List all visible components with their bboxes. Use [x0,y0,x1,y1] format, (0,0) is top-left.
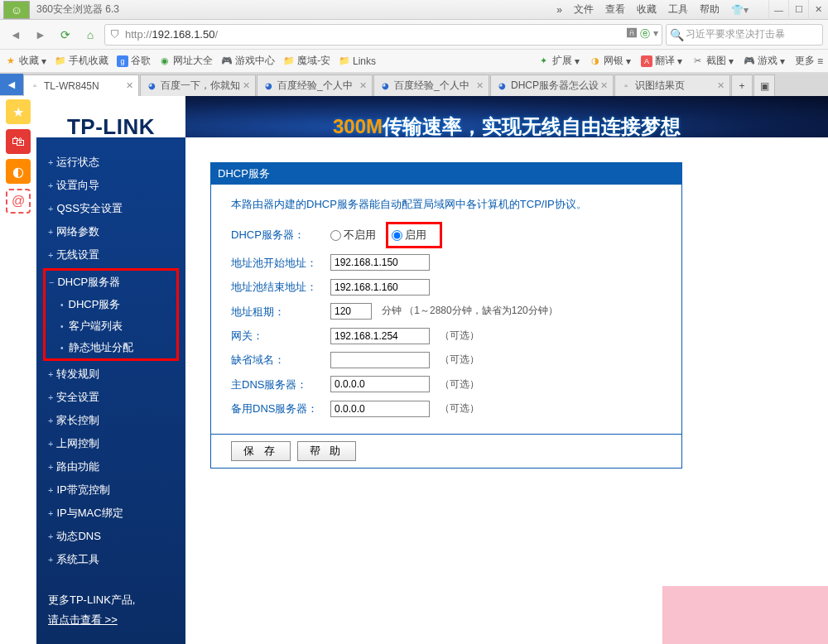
dhcp-panel: DHCP服务 本路由器内建的DHCP服务器能自动配置局域网中各计算机的TCP/I… [210,162,682,469]
bank-btn[interactable]: ◑网银 ▾ [590,54,631,68]
nav-ddns[interactable]: 动态DNS [45,525,177,548]
tab-close-icon[interactable]: ✕ [717,80,724,91]
nav-dhcp-clients[interactable]: 客户端列表 [46,315,176,337]
input-end[interactable] [330,279,430,296]
tab-label: 百度经验_个人中 [394,79,474,93]
menu-tools[interactable]: 工具 [668,2,688,17]
ext-btn[interactable]: ✦扩展 ▾ [538,54,580,68]
nav-security[interactable]: 安全设置 [45,386,177,409]
nav-qss[interactable]: QSS安全设置 [45,197,177,220]
bookmark-nav[interactable]: ◉网址大全 [159,54,213,68]
google-icon: g [117,55,128,67]
reload-button[interactable]: ⟳ [55,24,76,46]
nav-dhcp-service[interactable]: DHCP服务 [46,294,176,315]
tab[interactable]: ◕百度经验_个人中✕ [257,74,373,96]
nav-wireless[interactable]: 无线设置 [45,243,177,267]
skin-icon[interactable]: 👕▾ [731,4,749,16]
tab[interactable]: ◕DHCP服务器怎么设✕ [490,74,614,96]
tab[interactable]: ▫TL-WR845N✕ [23,74,139,96]
games-btn[interactable]: 🎮游戏 ▾ [744,54,785,68]
url-prefix: http:// [125,28,152,41]
bookmark-fav[interactable]: ★收藏 ▾ [5,54,46,68]
radio-enable-input[interactable] [392,230,402,241]
tab-close-icon[interactable]: ✕ [476,80,484,91]
nav-access[interactable]: 上网控制 [45,432,177,455]
home-button[interactable]: ⌂ [79,24,101,46]
tab[interactable]: ◕百度经验_个人中✕ [373,74,489,96]
nav-systools[interactable]: 系统工具 [45,548,177,571]
translate-btn[interactable]: A翻译 ▾ [641,54,682,68]
file-icon: ▫ [620,80,632,92]
more-btn[interactable]: 更多 ≡ [795,54,823,68]
menu-view[interactable]: 查看 [605,2,625,17]
gamepad-icon: 🎮 [744,55,755,67]
save-button[interactable]: 保 存 [231,441,291,461]
nav-dhcp-static[interactable]: 静态地址分配 [46,337,176,358]
translate-icon[interactable]: 🅰 [627,27,637,41]
bookmark-moyu[interactable]: 📁魔域-安 [283,54,330,68]
tab-close-icon[interactable]: ✕ [600,80,608,91]
address-bar[interactable]: ⛉ http://192.168.1.50/ 🅰 ⓔ ▾ [104,24,662,46]
nav-bandwidth[interactable]: IP带宽控制 [45,478,177,502]
dock-weibo[interactable]: ◐ [6,159,31,184]
maximize-button[interactable]: ☐ [788,0,808,20]
row-gateway: 网关： （可选） [231,326,662,345]
tab-list-button[interactable]: ▣ [753,74,775,96]
back-button[interactable]: ◄ [5,24,26,46]
bookmark-links[interactable]: 📁Links [339,55,376,67]
radio-enable[interactable]: 启用 [392,225,426,244]
nav-parental[interactable]: 家长控制 [45,409,177,432]
tab[interactable]: ▫识图结果页✕ [614,74,730,96]
tab-label: DHCP服务器怎么设 [511,79,599,93]
tab-close-icon[interactable]: ✕ [359,80,367,91]
bookmark-mobile[interactable]: 📁手机收藏 [55,54,108,68]
optional-hint: （可选） [440,351,479,369]
bookmark-google[interactable]: g谷歌 [117,54,151,68]
nav-network[interactable]: 网络参数 [45,220,177,243]
dropdown-icon[interactable]: ▾ [653,27,658,41]
input-lease[interactable] [330,303,372,320]
tab-close-icon[interactable]: ✕ [126,80,133,91]
tab-scroll-left[interactable]: ◄ [0,74,23,95]
minimize-button[interactable]: — [768,0,788,20]
forward-button[interactable]: ► [30,24,51,46]
menu-help[interactable]: 帮助 [700,2,720,17]
label-lease: 地址租期： [231,302,330,321]
help-button[interactable]: 帮 助 [297,441,357,461]
tab[interactable]: ◕百度一下，你就知✕ [140,74,256,96]
label-gateway: 网关： [231,326,330,345]
radio-disable-input[interactable] [330,230,341,241]
input-domain[interactable] [330,352,430,368]
close-button[interactable]: ✕ [808,0,828,20]
compat-icon[interactable]: ⓔ [640,27,650,41]
nav-wizard[interactable]: 设置向导 [45,174,177,197]
nav-status[interactable]: 运行状态 [45,151,177,174]
menu-file[interactable]: 文件 [574,2,594,17]
nav-more-link[interactable]: 请点击查看 >> [45,609,177,631]
input-start[interactable] [330,254,430,271]
banner-accent: 300M [333,115,383,137]
new-tab-button[interactable]: + [731,74,753,96]
bookmark-label: Links [353,55,376,67]
search-box[interactable]: 🔍 习近平要求坚决打击暴 [666,24,823,46]
nav-ipmac[interactable]: IP与MAC绑定 [45,502,177,525]
bookmark-game[interactable]: 🎮游戏中心 [221,54,275,68]
dock-cart[interactable]: 🛍 [6,129,31,154]
radio-disable[interactable]: 不启用 [330,225,376,244]
url-text[interactable]: http://192.168.1.50/ [125,28,627,41]
tab-close-icon[interactable]: ✕ [243,80,250,91]
screenshot-btn[interactable]: ✂截图 ▾ [692,54,734,68]
dock-favorites[interactable]: ★ [6,99,31,124]
input-dns1[interactable] [330,376,430,392]
scissors-icon: ✂ [692,55,704,67]
nav-forward[interactable]: 转发规则 [45,363,177,386]
menu-fav[interactable]: 收藏 [637,2,657,17]
avatar-icon[interactable]: ☺ [3,1,30,19]
dock-at[interactable]: @ [6,189,31,214]
shield-icon: ◑ [590,55,601,67]
nav-dhcp[interactable]: DHCP服务器 [46,271,176,294]
input-dns2[interactable] [330,401,430,417]
nav-routing[interactable]: 路由功能 [45,455,177,478]
input-gateway[interactable] [330,328,430,344]
router-body: 运行状态 设置向导 QSS安全设置 网络参数 无线设置 DHCP服务器 DHCP… [36,137,828,644]
